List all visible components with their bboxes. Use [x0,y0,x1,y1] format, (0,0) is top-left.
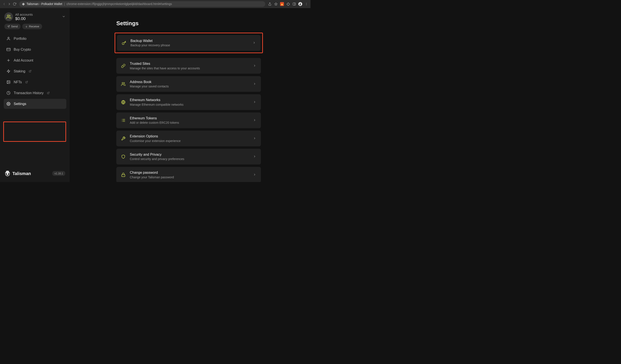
url-bar[interactable]: Talisman - Polkadot Wallet | chrome-exte… [19,1,265,7]
svg-point-7 [306,5,307,5]
talisman-extension-badge[interactable]: 🔥 [280,2,284,6]
chevron-right-icon [253,101,257,104]
settings-row-ethereum-tokens[interactable]: Ethereum Tokens Add or delete custom ERC… [116,112,261,128]
svg-line-21 [26,81,28,82]
account-selector[interactable]: All accounts $0.00 [3,12,66,21]
sidebar-item-add-account[interactable]: Add Account [4,55,66,66]
sidebar-item-label: Transaction History [14,91,43,95]
page-title: Settings [116,20,304,27]
row-title: Extension Options [130,134,249,139]
send-label: Send [11,25,17,28]
nav-forward-button[interactable] [7,2,11,6]
extension-icon [22,2,25,5]
highlight-backup-wallet: Backup Wallet Backup your recovery phras… [115,33,263,53]
receive-button[interactable]: Receive [22,24,42,29]
panel-icon[interactable] [292,2,296,6]
bookmark-star-icon[interactable] [274,2,278,6]
row-desc: Add or delete custom ERC20 tokens [130,121,249,125]
svg-rect-35 [122,175,125,176]
sidebar-item-label: NFTs [14,80,22,84]
browser-toolbar: Talisman - Polkadot Wallet | chrome-exte… [0,0,310,8]
nav-reload-button[interactable] [13,2,17,6]
profile-avatar[interactable] [298,2,302,6]
version-badge: v1.16.1 [52,171,65,176]
sidebar-item-label: Portfolio [14,36,27,41]
svg-rect-13 [7,48,10,51]
brand-name: Talisman [12,171,31,176]
settings-row-security-privacy[interactable]: Security and Privacy Control security an… [116,149,261,165]
row-desc: Manage the sites that have access to you… [130,67,249,70]
row-title: Backup Wallet [130,39,249,43]
kebab-menu-icon[interactable] [304,2,308,6]
settings-row-address-book[interactable]: Address Book Manage your saved contacts [116,76,261,92]
external-link-icon [47,92,50,94]
clock-icon [6,91,11,95]
chevron-right-icon [253,173,257,176]
row-desc: Backup your recovery phrase [130,44,249,47]
sidebar: All accounts $0.00 Send Receive Portfoli… [0,8,69,182]
account-label: All accounts [15,13,60,16]
settings-row-extension-options[interactable]: Extension Options Customise your extensi… [116,131,261,147]
external-link-icon [25,81,28,84]
send-button[interactable]: Send [4,24,20,29]
sidebar-item-portfolio[interactable]: Portfolio [4,34,66,44]
account-balance: $0.00 [15,16,60,21]
sidebar-item-staking[interactable]: Staking [4,66,66,76]
row-title: Trusted Sites [130,62,249,66]
svg-point-6 [306,4,307,4]
svg-point-12 [8,37,9,38]
zap-icon [6,69,11,73]
sidebar-item-label: Buy Crypto [14,47,31,52]
row-desc: Manage your saved contacts [130,85,249,88]
row-desc: Control security and privacy preferences [130,157,249,161]
extensions-icon[interactable] [286,2,290,6]
svg-point-20 [8,81,8,82]
user-icon [6,36,11,41]
sidebar-item-label: Add Account [14,58,33,62]
external-link-icon [29,70,31,73]
row-title: Ethereum Tokens [130,116,249,120]
settings-row-change-password[interactable]: Change password Change your Talisman pas… [116,167,261,182]
row-desc: Change your Talisman password [130,175,249,179]
highlight-settings-nav [3,121,66,142]
svg-line-23 [48,92,49,93]
settings-row-ethereum-networks[interactable]: Ethereum Networks Manage Ethereum compat… [116,94,261,110]
share-icon[interactable] [268,2,272,6]
send-icon [7,25,10,28]
chevron-right-icon [253,82,257,86]
sidebar-item-label: Staking [14,69,25,73]
gear-icon [6,102,11,106]
card-icon [6,47,11,52]
nav-back-button[interactable] [2,2,6,6]
chevron-right-icon [253,41,256,45]
sidebar-item-settings[interactable]: Settings [4,99,66,109]
sidebar-item-nfts[interactable]: NFTs [4,77,66,87]
receive-icon [25,25,28,28]
wrench-icon [121,136,126,141]
chevron-right-icon [253,64,257,68]
image-icon [6,80,11,84]
row-desc: Customise your extension experience [130,139,249,143]
sidebar-item-buy-crypto[interactable]: Buy Crypto [4,45,66,54]
svg-point-8 [7,15,9,17]
sidebar-item-label: Settings [14,102,26,106]
talisman-logo-icon [4,170,11,176]
list-icon [121,118,126,123]
svg-point-4 [300,3,301,4]
settings-row-backup-wallet[interactable]: Backup Wallet Backup your recovery phras… [117,35,260,51]
svg-point-5 [306,3,307,3]
row-title: Ethereum Networks [130,98,249,102]
row-title: Change password [130,171,249,175]
svg-line-18 [30,70,31,71]
page-url: chrome-extension://fijngjgcjhjmmpcmkeiom… [67,2,172,6]
svg-point-26 [122,82,123,84]
row-title: Address Book [130,80,249,84]
row-title: Security and Privacy [130,153,249,156]
chevron-right-icon [253,137,257,140]
svg-point-24 [8,103,9,104]
brand-logo-block: Talisman [4,170,31,176]
sidebar-item-transaction-history[interactable]: Transaction History [4,88,66,98]
page-url-title: Talisman - Polkadot Wallet [27,2,62,6]
settings-row-trusted-sites[interactable]: Trusted Sites Manage the sites that have… [116,58,261,74]
link-icon [121,63,126,69]
